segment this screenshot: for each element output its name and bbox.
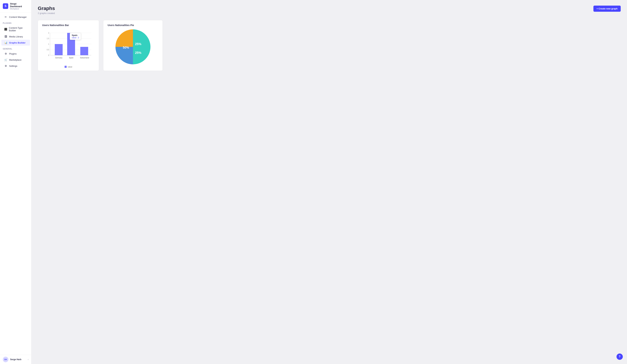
page-title: Graphs xyxy=(38,6,55,11)
pie-chart-wrap: 25% 50% 25% xyxy=(107,29,158,64)
bar-spain[interactable] xyxy=(67,33,75,55)
sidebar-section-general: GENERAL xyxy=(0,46,31,50)
sidebar-item-content-manager[interactable]: ✏ Content Manager xyxy=(1,14,30,20)
charts-row: Users Nationalities Bar 2 xyxy=(38,20,621,71)
svg-text:25%: 25% xyxy=(135,51,141,54)
plugins-icon: ⚙ xyxy=(4,52,7,55)
user-name: Serge Harb xyxy=(10,358,26,361)
brand-icon: S xyxy=(3,3,8,9)
bar-chart-wrap: 2 1.5 1 0.5 0 Germany Sp xyxy=(42,29,95,64)
svg-text:1.5: 1.5 xyxy=(47,38,49,40)
pie-segment-spain[interactable] xyxy=(115,47,133,64)
sidebar-item-graphs-builder[interactable]: 📊 Graphs Builder xyxy=(1,40,30,46)
brand-sub: Workplace xyxy=(10,8,29,10)
sidebar: S Strapi Dashboard Workplace ✏ Content M… xyxy=(0,0,32,364)
sidebar-item-content-type-builder[interactable]: ⬛ Content-Type Builder xyxy=(1,25,30,33)
pie-chart-title: Users Nationalities Pie xyxy=(107,24,158,27)
graphs-builder-icon: 📊 xyxy=(4,41,7,44)
bar-chart-legend: value xyxy=(42,66,95,68)
sidebar-nav: ✏ Content Manager PLUGINS ⬛ Content-Type… xyxy=(0,12,31,355)
page-subtitle: 2 graphs created xyxy=(38,12,55,14)
marketplace-icon: 🛒 xyxy=(4,58,7,61)
svg-text:Germany: Germany xyxy=(55,57,62,59)
settings-icon: ⚙ xyxy=(4,64,7,67)
bar-germany[interactable] xyxy=(55,44,63,55)
page-header: Graphs 2 graphs created + Create new gra… xyxy=(38,6,621,14)
avatar: SH xyxy=(3,357,8,362)
brand-text: Strapi Dashboard Workplace xyxy=(10,2,29,10)
sidebar-footer: SH Serge Harb ‹ xyxy=(0,355,31,364)
svg-text:0: 0 xyxy=(48,54,49,56)
sidebar-section-plugins: PLUGINS xyxy=(0,20,31,25)
bar-switzerland[interactable] xyxy=(80,47,88,55)
svg-text:0.5: 0.5 xyxy=(47,49,49,51)
pie-chart-card: Users Nationalities Pie 2 xyxy=(103,20,163,71)
create-new-graph-button[interactable]: + Create new graph xyxy=(593,6,621,12)
bar-chart-svg: 2 1.5 1 0.5 0 Germany Sp xyxy=(42,29,95,64)
svg-text:Spain: Spain xyxy=(69,57,73,59)
pie-segment-switzerland[interactable] xyxy=(115,29,133,47)
svg-text:1: 1 xyxy=(48,43,49,45)
svg-text:2: 2 xyxy=(48,32,49,34)
main-content: Graphs 2 graphs created + Create new gra… xyxy=(32,0,627,364)
collapse-button[interactable]: ‹ xyxy=(28,358,29,361)
pie-segment-germany[interactable] xyxy=(133,29,151,64)
help-icon: ? xyxy=(619,355,621,358)
media-library-icon: 🖼 xyxy=(4,35,7,38)
sidebar-item-media-library[interactable]: 🖼 Media Library xyxy=(1,34,30,40)
sidebar-item-plugins[interactable]: ⚙ Plugins xyxy=(1,51,30,57)
content-area: Graphs 2 graphs created + Create new gra… xyxy=(32,0,627,364)
page-title-group: Graphs 2 graphs created xyxy=(38,6,55,14)
svg-text:25%: 25% xyxy=(135,42,141,46)
legend-color-value xyxy=(64,66,67,68)
brand-name: Strapi Dashboard xyxy=(10,2,29,8)
svg-text:50%: 50% xyxy=(123,46,129,49)
sidebar-brand: S Strapi Dashboard Workplace xyxy=(0,0,31,12)
bar-chart-title: Users Nationalities Bar xyxy=(42,24,95,27)
svg-text:Switzerland: Switzerland xyxy=(80,57,89,59)
bar-chart-card: Users Nationalities Bar 2 xyxy=(38,20,99,71)
pie-chart-svg: 25% 50% 25% xyxy=(115,29,151,64)
edit-icon: ✏ xyxy=(4,16,7,18)
content-type-icon: ⬛ xyxy=(4,28,7,31)
sidebar-item-settings[interactable]: ⚙ Settings xyxy=(1,63,30,69)
sidebar-item-marketplace[interactable]: 🛒 Marketplace xyxy=(1,57,30,63)
help-button[interactable]: ? xyxy=(617,354,623,360)
legend-label-value: value xyxy=(68,66,72,68)
